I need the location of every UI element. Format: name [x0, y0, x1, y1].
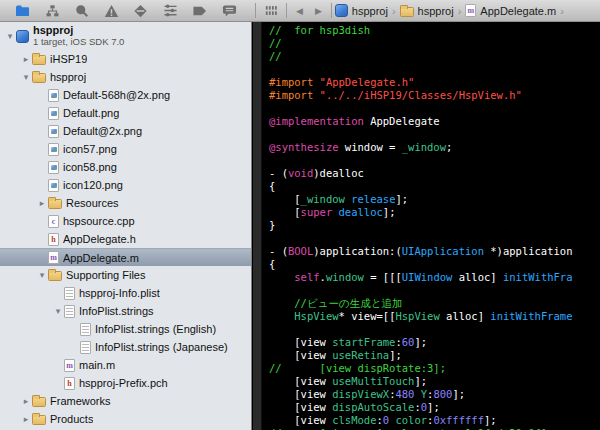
editor-gutter[interactable] [253, 22, 262, 430]
project-navigator-sidebar: ▾ hspproj 1 target, iOS SDK 7.0 ▸ iHSP19… [0, 22, 252, 430]
code-line[interactable]: // [269, 37, 600, 50]
file-icon-png [48, 143, 59, 156]
disclosure-triangle[interactable]: ▸ [20, 54, 32, 64]
sidebar-item[interactable]: icon58.png [0, 158, 251, 176]
code-line[interactable] [269, 284, 600, 297]
search-navigator-button[interactable] [71, 2, 93, 20]
back-arrow-button[interactable]: ◀ [290, 0, 309, 21]
code-line[interactable]: } [269, 219, 600, 232]
sidebar-item[interactable]: ▸ Frameworks [0, 392, 251, 410]
sidebar-item[interactable]: hspproj-Prefix.pch [0, 374, 251, 392]
code-line[interactable] [269, 128, 600, 141]
sidebar-item[interactable]: hspsource.cpp [0, 212, 251, 230]
code-line[interactable]: [view useRetina]; [269, 349, 600, 362]
log-navigator-button[interactable] [218, 2, 240, 20]
code-line[interactable]: #import "../../iHSP19/Classes/HspView.h" [269, 89, 600, 102]
breadcrumb-separator: › [556, 5, 568, 17]
disclosure-triangle[interactable]: ▸ [20, 396, 32, 406]
symbol-navigator-button[interactable] [41, 2, 63, 20]
breadcrumb-item[interactable]: hspproj [335, 4, 388, 17]
sidebar-item[interactable]: InfoPlist.strings (English) [0, 320, 251, 338]
sidebar-item-label: Default-568h@2x.png [63, 89, 170, 101]
sidebar-item[interactable]: AppDelegate.h [0, 230, 251, 248]
disclosure-triangle[interactable]: ▸ [20, 414, 32, 424]
sidebar-item[interactable]: ▸ Resources [0, 194, 251, 212]
forward-arrow-button[interactable]: ▶ [309, 0, 328, 21]
issue-navigator-button[interactable] [100, 2, 122, 20]
code-line[interactable]: [view useMultiTouch]; [269, 375, 600, 388]
code-line[interactable] [269, 323, 600, 336]
file-icon-cpp [48, 215, 59, 228]
sidebar-project-row[interactable]: ▾ hspproj 1 target, iOS SDK 7.0 [0, 22, 251, 50]
code-line[interactable]: - (BOOL)application:(UIApplication *)app… [269, 245, 600, 258]
folder-icon [32, 73, 46, 83]
disclosure-triangle[interactable]: ▸ [36, 198, 48, 208]
folder-icon [32, 415, 46, 425]
sidebar-item-label: AppDelegate.h [63, 233, 136, 245]
breadcrumb-item[interactable]: AppDelegate.m [465, 4, 556, 17]
breadcrumb-item[interactable]: hspproj [400, 5, 454, 17]
sidebar-item[interactable]: ▾ InfoPlist.strings [0, 302, 251, 320]
code-line[interactable]: [view dispViewX:480 Y:800]; [269, 388, 600, 401]
code-line[interactable]: HspView* view=[[HspView alloc] initWithF… [269, 310, 600, 323]
sidebar-item-label: hspproj [50, 71, 86, 83]
sidebar-item[interactable]: hspproj-Info.plist [0, 284, 251, 302]
sidebar-item[interactable]: main.m [0, 356, 251, 374]
code-line[interactable]: //ビューの生成と追加 [269, 297, 600, 310]
code-line[interactable] [269, 63, 600, 76]
code-line[interactable]: - (void)dealloc [269, 167, 600, 180]
jump-bar: ◀ ▶ hspproj › hspproj › AppDelegate.m › [259, 0, 600, 21]
code-area[interactable]: // for hsp3dish//// #import "AppDelegate… [263, 22, 600, 430]
code-line[interactable]: @synthesize window = _window; [269, 141, 600, 154]
sidebar-item[interactable]: icon57.png [0, 140, 251, 158]
disclosure-triangle[interactable]: ▾ [36, 270, 48, 280]
project-name: hspproj [33, 24, 124, 36]
source-editor[interactable]: // for hsp3dish//// #import "AppDelegate… [253, 22, 600, 430]
sidebar-item[interactable]: InfoPlist.strings (Japanese) [0, 338, 251, 356]
code-line[interactable]: // for hsp3dish [269, 24, 600, 37]
sidebar-item[interactable]: Default-568h@2x.png [0, 86, 251, 104]
sidebar-item[interactable]: icon120.png [0, 176, 251, 194]
sidebar-item[interactable]: AppDelegate.m [0, 248, 251, 266]
code-line[interactable]: #import "AppDelegate.h" [269, 76, 600, 89]
code-line[interactable]: self.window = [[[UIWindow alloc] initWit… [269, 271, 600, 284]
code-line[interactable]: [view dispAutoScale:0]; [269, 401, 600, 414]
code-line[interactable] [269, 232, 600, 245]
code-line[interactable]: [super dealloc]; [269, 206, 600, 219]
sidebar-item-label: InfoPlist.strings (English) [95, 323, 216, 335]
sidebar-item[interactable]: ▸ iHSP19 [0, 50, 251, 68]
code-line[interactable]: // [269, 50, 600, 63]
disclosure-triangle[interactable]: ▾ [4, 31, 16, 41]
breakpoint-navigator-button[interactable] [189, 2, 211, 20]
test-navigator-button[interactable] [130, 2, 152, 20]
file-tree: ▸ iHSP19 ▾ hspproj Default-568h@2x.png D… [0, 50, 251, 428]
code-line[interactable] [269, 102, 600, 115]
sidebar-item-label: icon58.png [63, 161, 117, 173]
code-line[interactable]: [_window release]; [269, 193, 600, 206]
file-icon-strings [80, 341, 91, 354]
sidebar-item[interactable]: ▸ Products [0, 410, 251, 428]
sidebar-item[interactable]: Default@2x.png [0, 122, 251, 140]
sidebar-item-label: InfoPlist.strings [79, 305, 154, 317]
code-line[interactable]: @implementation AppDelegate [269, 115, 600, 128]
sidebar-item[interactable]: Default.png [0, 104, 251, 122]
disclosure-triangle[interactable]: ▾ [20, 72, 32, 82]
sidebar-item-label: InfoPlist.strings (Japanese) [95, 341, 228, 353]
related-items-icon[interactable] [261, 2, 283, 20]
code-line[interactable]: { [269, 180, 600, 193]
code-line[interactable] [269, 154, 600, 167]
code-line[interactable]: [view clsMode:0 color:0xffffff]; [269, 414, 600, 427]
navigator-selector-bar [0, 0, 252, 21]
code-line[interactable]: { [269, 258, 600, 271]
sidebar-item-label: Resources [66, 197, 119, 209]
sidebar-item[interactable]: ▾ hspproj [0, 68, 251, 86]
code-line[interactable]: // [view dispRotate:3]; [269, 362, 600, 375]
project-navigator-button[interactable] [12, 2, 34, 20]
file-icon-impl [465, 4, 476, 17]
folder-icon [48, 199, 62, 209]
sidebar-item[interactable]: ▾ Supporting Files [0, 266, 251, 284]
debug-navigator-button[interactable] [159, 2, 181, 20]
disclosure-triangle[interactable]: ▾ [52, 306, 64, 316]
file-icon-png [48, 179, 59, 192]
code-line[interactable]: [view startFrame:60]; [269, 336, 600, 349]
